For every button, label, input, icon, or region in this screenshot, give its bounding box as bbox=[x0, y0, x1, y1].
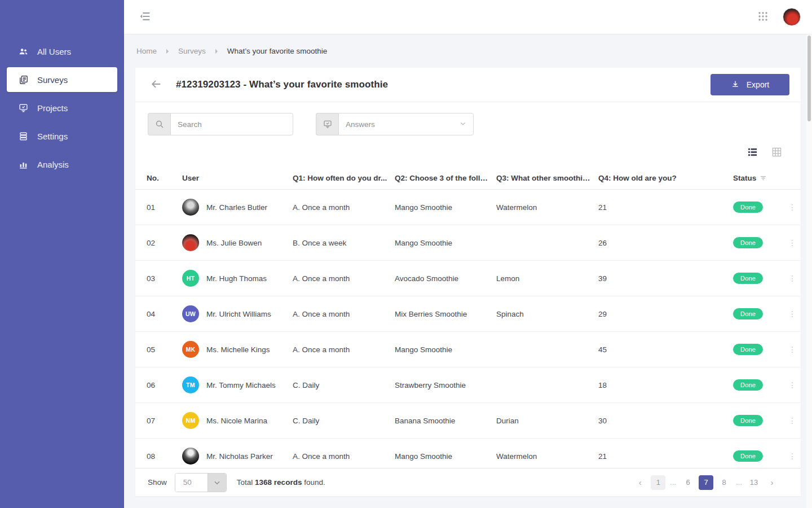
column-header-6: Status bbox=[733, 174, 784, 182]
cell-q3: Spinach bbox=[496, 310, 598, 318]
breadcrumb: HomeSurveysWhat’s your favorite smoothie bbox=[124, 34, 812, 68]
row-menu-button[interactable]: ⋮ bbox=[784, 206, 801, 209]
cell-status: Done bbox=[733, 450, 784, 462]
row-menu-button[interactable]: ⋮ bbox=[784, 455, 801, 458]
filter-row: Answers bbox=[135, 102, 801, 135]
scrollbar-thumb[interactable] bbox=[807, 36, 811, 121]
row-menu-button[interactable]: ⋮ bbox=[784, 313, 801, 316]
pagination-page-13[interactable]: 13 bbox=[747, 475, 761, 490]
table-row: 06TMMr. Tommy MichaelsC. DailyStrawberry… bbox=[135, 367, 801, 403]
sidebar-item-label: Settings bbox=[37, 132, 68, 141]
pagination-ellipsis: ... bbox=[735, 478, 743, 487]
pagination-prev-button[interactable]: ‹ bbox=[633, 475, 647, 490]
cell-q4: 29 bbox=[598, 310, 733, 318]
export-button[interactable]: Export bbox=[710, 74, 789, 95]
table-row: 05MKMs. Michelle KingsA. Once a monthMan… bbox=[135, 332, 801, 367]
user-avatar[interactable] bbox=[783, 8, 801, 26]
breadcrumb-item-0[interactable]: Home bbox=[136, 47, 157, 55]
user-initials-avatar: NM bbox=[182, 412, 199, 429]
user-photo-avatar bbox=[182, 199, 199, 216]
users-icon bbox=[18, 46, 29, 57]
user-initials-avatar: UW bbox=[182, 305, 199, 322]
column-header-1: User bbox=[182, 174, 293, 182]
breadcrumb-item-1[interactable]: Surveys bbox=[178, 47, 206, 55]
grid-view-button[interactable] bbox=[770, 145, 784, 161]
pagination: ‹1...678...13› bbox=[633, 475, 789, 490]
search-group bbox=[148, 113, 293, 135]
row-menu-button[interactable]: ⋮ bbox=[784, 419, 801, 422]
show-label: Show bbox=[148, 478, 167, 487]
cell-status: Done bbox=[733, 202, 784, 213]
sidebar-item-all-users[interactable]: All Users bbox=[0, 37, 124, 65]
cell-q2: Mango Smoothie bbox=[395, 239, 496, 247]
pagination-page-6[interactable]: 6 bbox=[681, 475, 695, 490]
download-icon bbox=[731, 80, 740, 90]
cell-user: HTMr. Hugh Thomas bbox=[182, 270, 293, 287]
breadcrumb-item-2: What’s your favorite smoothie bbox=[227, 47, 328, 55]
cell-user: Mr. Nicholas Parker bbox=[182, 448, 293, 465]
indent-collapse-icon bbox=[139, 10, 151, 24]
app-root: All UsersSurveysProjectsSettingsAnalysis… bbox=[0, 0, 812, 508]
cell-q2: Mango Smoothie bbox=[395, 203, 496, 212]
list-view-icon bbox=[748, 147, 757, 159]
arrow-left-icon bbox=[150, 78, 162, 92]
back-button[interactable] bbox=[148, 76, 165, 94]
cell-q2: Avocado Smoothie bbox=[395, 274, 496, 283]
answers-select[interactable]: Answers bbox=[338, 113, 474, 135]
cell-q2: Mango Smoothie bbox=[395, 345, 496, 354]
user-name: Ms. Julie Bowen bbox=[206, 239, 262, 247]
pagination-page-1[interactable]: 1 bbox=[651, 475, 665, 490]
cell-q1: A. Once a month bbox=[293, 452, 395, 461]
total-records-count: 1368 records bbox=[255, 478, 302, 487]
sidebar-item-surveys[interactable]: Surveys bbox=[7, 67, 117, 92]
cell-q2: Mango Smoothie bbox=[395, 452, 496, 461]
cell-status: Done bbox=[733, 415, 784, 426]
topbar bbox=[124, 0, 812, 34]
apps-grid-button[interactable] bbox=[756, 9, 770, 25]
sidebar-item-settings[interactable]: Settings bbox=[0, 122, 124, 150]
sidebar-item-analysis[interactable]: Analysis bbox=[0, 150, 124, 178]
user-photo-avatar bbox=[182, 234, 199, 251]
column-header-2: Q1: How often do you dr... bbox=[293, 174, 395, 182]
page-size-select[interactable]: 50 bbox=[175, 473, 227, 492]
user-name: Ms. Michelle Kings bbox=[206, 345, 270, 354]
status-badge: Done bbox=[733, 415, 763, 426]
row-menu-button[interactable]: ⋮ bbox=[784, 348, 801, 351]
topbar-right bbox=[756, 8, 801, 26]
cell-q1: A. Once a month bbox=[293, 310, 395, 318]
cell-q3: Watermelon bbox=[496, 203, 598, 212]
cell-no: 05 bbox=[147, 345, 182, 354]
cell-no: 07 bbox=[147, 417, 182, 425]
pagination-page-7[interactable]: 7 bbox=[699, 475, 713, 490]
column-header-4: Q3: What other smoothi… bbox=[496, 174, 598, 182]
column-header-5: Q4: How old are you? bbox=[598, 174, 733, 182]
row-menu-button[interactable]: ⋮ bbox=[784, 242, 801, 244]
pagination-page-8[interactable]: 8 bbox=[717, 475, 731, 490]
cell-q1: A. Once a month bbox=[293, 345, 395, 354]
cell-no: 02 bbox=[147, 239, 182, 247]
column-header-3: Q2: Choose 3 of the foll… bbox=[395, 174, 496, 182]
sidebar-collapse-button[interactable] bbox=[136, 8, 153, 27]
user-name: Mr. Nicholas Parker bbox=[206, 452, 273, 461]
cell-q3: Watermelon bbox=[496, 452, 598, 461]
cell-no: 01 bbox=[147, 203, 182, 212]
row-menu-button[interactable]: ⋮ bbox=[784, 277, 801, 280]
answers-icon bbox=[316, 113, 338, 135]
scrollbar-track[interactable] bbox=[806, 34, 812, 508]
sort-filter-icon[interactable] bbox=[760, 174, 767, 182]
cell-no: 03 bbox=[147, 274, 182, 283]
search-input[interactable] bbox=[170, 113, 293, 135]
cell-no: 04 bbox=[147, 310, 182, 318]
row-menu-button[interactable]: ⋮ bbox=[784, 384, 801, 387]
cell-q2: Mix Berries Smoothie bbox=[395, 310, 496, 318]
search-icon bbox=[148, 113, 170, 135]
card-title-row: #12319203123 - What’s your favorite smoo… bbox=[135, 68, 801, 102]
list-view-button[interactable] bbox=[745, 145, 760, 161]
chevron-down-icon bbox=[208, 474, 226, 492]
status-badge: Done bbox=[733, 237, 763, 248]
pagination-next-button[interactable]: › bbox=[765, 475, 779, 490]
cell-q4: 26 bbox=[598, 239, 733, 247]
cell-q2: Strawberry Smoothie bbox=[395, 381, 496, 389]
status-badge: Done bbox=[733, 273, 763, 284]
sidebar-item-projects[interactable]: Projects bbox=[0, 94, 124, 122]
